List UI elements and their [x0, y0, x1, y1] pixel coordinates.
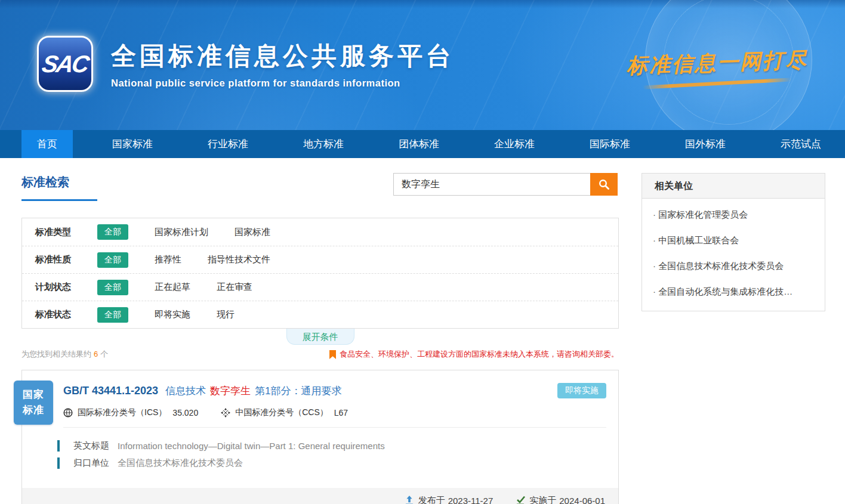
related-units-list: 国家标准化管理委员会 中国机械工业联合会 全国信息技术标准化技术委员会 全国自动…	[642, 199, 825, 311]
results-count: 为您找到相关结果约6个	[21, 349, 108, 360]
site-title-block: 全国标准信息公共服务平台 National public service pla…	[111, 39, 455, 89]
sac-logo: SAC	[37, 36, 93, 92]
nav-tab-foreign-standards[interactable]: 国外标准	[670, 130, 741, 158]
site-header: SAC 全国标准信息公共服务平台 National public service…	[0, 0, 845, 130]
filter-row-standard-type: 标准类型 全部 国家标准计划 国家标准	[22, 218, 618, 246]
expand-conditions-button[interactable]: 展开条件	[286, 329, 354, 345]
implemented-info: 实施于 2024-06-01	[516, 495, 605, 504]
publish-upload-icon	[405, 496, 414, 504]
filter-panel: 标准类型 全部 国家标准计划 国家标准 标准性质 全部 推荐性 指导性技术文件 …	[21, 218, 619, 329]
detail-label: 归口单位	[73, 457, 109, 469]
standard-code-link[interactable]: GB/T 43441.1-2023	[63, 385, 158, 397]
filter-badge-all[interactable]: 全部	[97, 252, 128, 268]
filter-option[interactable]: 推荐性	[155, 254, 181, 265]
filter-option[interactable]: 国家标准计划	[155, 227, 208, 238]
results-count-prefix: 为您找到相关结果约	[21, 350, 91, 358]
type-badge-line2: 标准	[23, 403, 44, 418]
nav-tab-industry-standards[interactable]: 行业标准	[192, 130, 264, 158]
search-box	[393, 173, 618, 196]
filter-badge-all[interactable]: 全部	[97, 280, 128, 295]
main-nav: 首页 国家标准 行业标准 地方标准 团体标准 企业标准 国际标准 国外标准 示范…	[0, 130, 845, 158]
search-button[interactable]	[590, 173, 618, 196]
filter-option[interactable]: 正在审查	[217, 282, 252, 293]
filter-row-standard-status: 标准状态 全部 即将实施 现行	[22, 301, 618, 328]
detail-label: 英文标题	[73, 440, 109, 452]
type-badge-line1: 国家	[23, 387, 44, 403]
ccs-label: 中国标准分类号（CCS）	[235, 407, 328, 418]
page-content: 标准检索 标准类型 全部 国家标准计划 国家标准 标准性质	[0, 158, 845, 504]
results-count-suffix: 个	[100, 350, 108, 358]
ics-group: 国际标准分类号（ICS） 35.020	[63, 407, 198, 418]
sac-logo-text: SAC	[40, 51, 90, 78]
slogan-text: 标准信息一网打尽	[626, 46, 808, 81]
card-footer: 发布于 2023-11-27 实施于 2024-06-01	[22, 488, 618, 504]
status-badge: 即将实施	[557, 383, 606, 398]
notice-text: 食品安全、环境保护、工程建设方面的国家标准未纳入本系统，请咨询相关部委。	[340, 349, 619, 360]
filter-badge-all[interactable]: 全部	[97, 224, 128, 240]
related-units-panel: 相关单位 国家标准化管理委员会 中国机械工业联合会 全国信息技术标准化技术委员会…	[642, 173, 825, 311]
standard-title-pre[interactable]: 信息技术	[165, 384, 206, 398]
card-meta-row: 国际标准分类号（ICS） 35.020 中国标准分类号（CCS） L67	[63, 407, 606, 428]
bookmark-icon	[329, 350, 336, 359]
main-column: 标准检索 标准类型 全部 国家标准计划 国家标准 标准性质	[21, 173, 619, 504]
globe-icon	[63, 408, 73, 418]
header-slogan: 标准信息一网打尽	[627, 49, 808, 85]
filter-label: 计划状态	[35, 282, 85, 293]
card-detail-rows: 英文标题 Information technology—Digital twin…	[63, 428, 606, 478]
related-units-title: 相关单位	[642, 174, 825, 199]
filter-label: 标准类型	[35, 227, 85, 238]
related-unit-item[interactable]: 中国机械工业联合会	[642, 228, 825, 253]
search-icon	[598, 178, 610, 190]
nav-tab-group-standards[interactable]: 团体标准	[383, 130, 455, 158]
ccs-group: 中国标准分类号（CCS） L67	[221, 407, 348, 418]
detail-row-marker	[57, 457, 60, 469]
published-label: 发布于	[418, 495, 445, 504]
filter-option[interactable]: 即将实施	[155, 309, 190, 320]
site-subtitle: National public service platform for sta…	[111, 78, 455, 89]
search-input[interactable]	[393, 173, 590, 196]
filter-option[interactable]: 国家标准	[235, 227, 270, 238]
filter-row-plan-status: 计划状态 全部 正在起草 正在审查	[22, 273, 618, 301]
related-unit-item[interactable]: 全国信息技术标准化技术委员会	[642, 253, 825, 279]
implemented-label: 实施于	[529, 495, 556, 504]
filter-label: 标准性质	[35, 254, 85, 265]
nav-tab-local-standards[interactable]: 地方标准	[288, 130, 359, 158]
standard-title-highlight[interactable]: 数字孪生	[210, 384, 251, 398]
result-card: 国家 标准 GB/T 43441.1-2023 信息技术 数字孪生 第1部分：通…	[21, 370, 619, 504]
committee-row: 归口单位 全国信息技术标准化技术委员会	[57, 457, 606, 469]
compass-icon	[221, 408, 230, 418]
ics-value: 35.020	[172, 408, 198, 418]
ics-label: 国际标准分类号（ICS）	[78, 407, 166, 418]
ccs-value: L67	[334, 408, 348, 418]
filter-option[interactable]: 现行	[217, 309, 235, 320]
filter-option[interactable]: 正在起草	[155, 282, 190, 293]
expand-conditions-wrap: 展开条件	[21, 329, 619, 345]
standard-title-post[interactable]: 第1部分：通用要求	[255, 384, 341, 398]
nav-tab-enterprise-standards[interactable]: 企业标准	[479, 130, 550, 158]
system-notice: 食品安全、环境保护、工程建设方面的国家标准未纳入本系统，请咨询相关部委。	[329, 349, 619, 360]
detail-row-marker	[57, 440, 60, 452]
site-title: 全国标准信息公共服务平台	[111, 39, 455, 73]
published-info: 发布于 2023-11-27	[405, 495, 494, 504]
nav-tab-home[interactable]: 首页	[21, 130, 73, 158]
implement-check-icon	[516, 496, 525, 504]
published-date: 2023-11-27	[448, 496, 494, 504]
implemented-date: 2024-06-01	[559, 496, 605, 504]
card-main: GB/T 43441.1-2023 信息技术 数字孪生 第1部分：通用要求 即将…	[22, 370, 618, 478]
filter-badge-all[interactable]: 全部	[97, 307, 128, 323]
nav-tab-national-standards[interactable]: 国家标准	[97, 130, 168, 158]
results-count-number: 6	[94, 350, 98, 358]
related-unit-item[interactable]: 全国自动化系统与集成标准化技…	[642, 279, 825, 305]
results-info-row: 为您找到相关结果约6个 食品安全、环境保护、工程建设方面的国家标准未纳入本系统，…	[21, 349, 619, 360]
filter-option[interactable]: 指导性技术文件	[208, 254, 270, 265]
section-title-underline	[21, 199, 97, 201]
card-title-row: GB/T 43441.1-2023 信息技术 数字孪生 第1部分：通用要求 即将…	[63, 383, 606, 398]
search-section: 标准检索	[21, 173, 619, 210]
detail-value: 全国信息技术标准化技术委员会	[118, 457, 243, 469]
standard-type-badge: 国家 标准	[14, 381, 53, 425]
nav-tab-pilot-demo[interactable]: 示范试点	[765, 130, 837, 158]
filter-row-standard-nature: 标准性质 全部 推荐性 指导性技术文件	[22, 246, 618, 273]
related-unit-item[interactable]: 国家标准化管理委员会	[642, 202, 825, 228]
detail-value: Information technology—Digital twin—Part…	[118, 441, 385, 451]
nav-tab-international-standards[interactable]: 国际标准	[574, 130, 646, 158]
